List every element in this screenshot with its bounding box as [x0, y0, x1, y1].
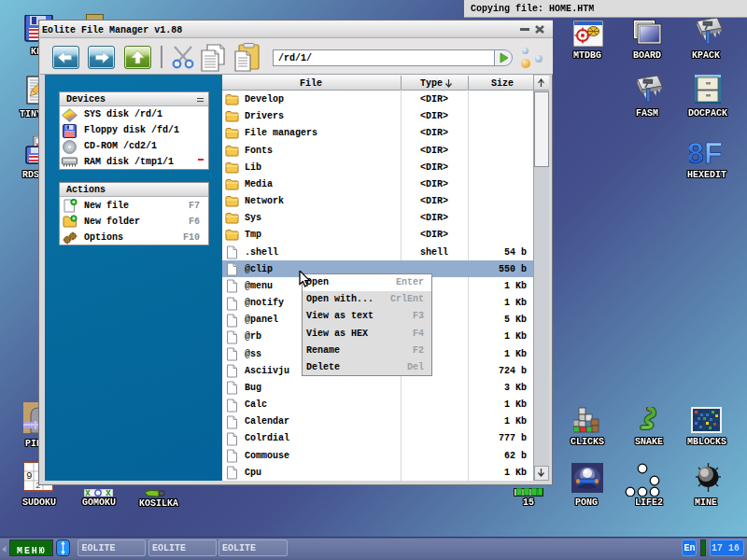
- svg-text:8: 8: [689, 138, 704, 166]
- svg-text:F: F: [704, 138, 721, 166]
- svg-text:9: 9: [26, 470, 33, 482]
